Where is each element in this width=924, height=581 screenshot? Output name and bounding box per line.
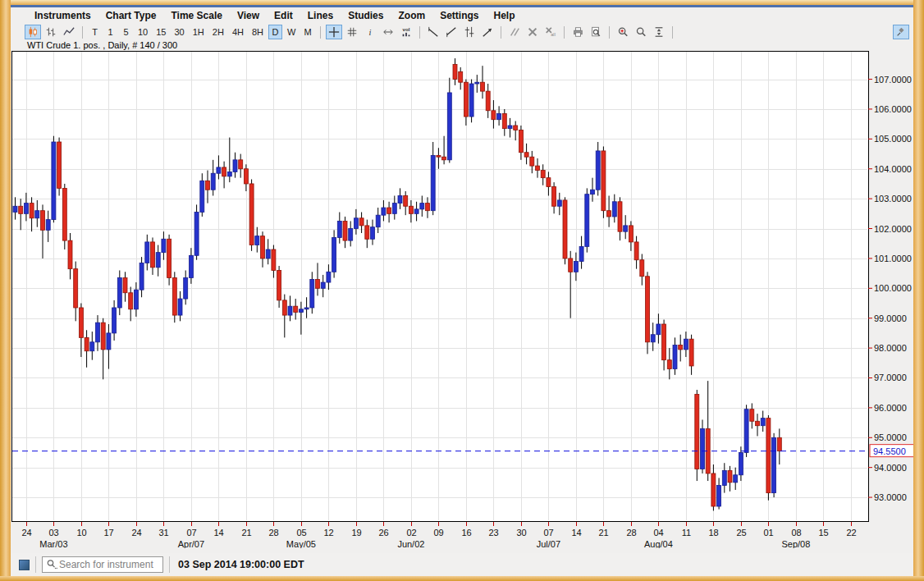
- candle: [585, 194, 589, 247]
- date-axis[interactable]: 2403101724310714212805121926020916233007…: [21, 522, 856, 548]
- candle: [607, 211, 611, 217]
- expand-horizontal-button[interactable]: [380, 25, 396, 39]
- candle: [673, 345, 677, 368]
- parallel-lines-button[interactable]: [506, 25, 523, 39]
- candle: [502, 113, 506, 128]
- timeframe-4h-button[interactable]: 4H: [229, 25, 247, 39]
- chart-window: InstrumentsChart TypeTime ScaleViewEditL…: [0, 0, 924, 581]
- menu-zoom[interactable]: Zoom: [391, 10, 432, 21]
- timeframe-30m-button[interactable]: 30: [172, 25, 188, 39]
- statusbar-separator: [35, 556, 36, 573]
- pin-chart-button[interactable]: [893, 25, 909, 39]
- volume-button[interactable]: vol: [398, 25, 414, 39]
- search-input[interactable]: [57, 558, 156, 571]
- channel-lines-button[interactable]: [461, 25, 478, 39]
- toolbar-separator: [564, 26, 565, 39]
- menu-lines[interactable]: Lines: [300, 10, 341, 21]
- chart-title: WTI Crude 1. pos. , Daily, # 140 / 300: [27, 40, 177, 50]
- menu-settings[interactable]: Settings: [432, 10, 486, 21]
- svg-text:i: i: [368, 28, 371, 37]
- candle: [420, 204, 424, 209]
- menu-help[interactable]: Help: [486, 10, 522, 21]
- line-chart-button[interactable]: [61, 25, 77, 39]
- candle: [101, 323, 105, 350]
- trendline-up-button[interactable]: [443, 25, 460, 39]
- crosshair-button[interactable]: [326, 25, 342, 39]
- delete-all-drawings-button[interactable]: all: [542, 25, 559, 39]
- chart-svg[interactable]: 107.0000106.0000105.0000104.0000103.0000…: [11, 51, 913, 548]
- fit-vertical-button[interactable]: [651, 25, 667, 39]
- print-preview-button[interactable]: [588, 25, 604, 39]
- candlestick-chart-button[interactable]: [25, 25, 41, 39]
- timeframe-2h-button[interactable]: 2H: [209, 25, 227, 39]
- candle: [761, 419, 765, 426]
- timeframe-8h-button[interactable]: 8H: [249, 25, 267, 39]
- svg-text:94.0000: 94.0000: [874, 463, 907, 473]
- candle: [634, 242, 638, 260]
- candle: [766, 419, 771, 493]
- candle: [337, 221, 341, 237]
- menu-view[interactable]: View: [230, 10, 267, 21]
- candle: [574, 262, 578, 272]
- menu-instruments[interactable]: Instruments: [27, 10, 98, 21]
- instrument-square-icon[interactable]: [19, 560, 30, 570]
- candle: [431, 155, 435, 210]
- zoom-in-button[interactable]: [615, 25, 631, 39]
- candle: [728, 470, 732, 483]
- candle: [261, 236, 265, 258]
- timeframe-tick-button[interactable]: T: [88, 25, 102, 39]
- menu-time-scale[interactable]: Time Scale: [163, 10, 229, 21]
- price-axis[interactable]: 107.0000106.0000105.0000104.0000103.0000…: [868, 75, 912, 502]
- candle: [222, 167, 226, 176]
- ohlc-bars-button[interactable]: [43, 25, 59, 39]
- timeframe-5m-button[interactable]: 5: [119, 25, 133, 39]
- candle: [519, 130, 523, 152]
- candle: [249, 184, 254, 245]
- candle: [514, 126, 518, 130]
- info-button[interactable]: i: [362, 25, 378, 39]
- candle: [178, 299, 182, 315]
- svg-text:93.0000: 93.0000: [874, 492, 907, 502]
- svg-text:95.0000: 95.0000: [874, 432, 907, 442]
- grid-button[interactable]: [344, 25, 360, 39]
- candle: [744, 409, 748, 453]
- svg-text:25: 25: [736, 528, 746, 538]
- menu-chart-type[interactable]: Chart Type: [98, 10, 164, 21]
- candle: [701, 428, 705, 469]
- timeframe-monthly-button[interactable]: M: [300, 25, 314, 39]
- candle: [777, 437, 781, 451]
- candle: [426, 204, 430, 211]
- svg-text:107.0000: 107.0000: [874, 75, 912, 85]
- menu-edit[interactable]: Edit: [267, 10, 300, 21]
- candle: [612, 202, 616, 217]
- candle: [497, 113, 501, 119]
- window-frame-right: [913, 0, 924, 581]
- candle: [277, 270, 281, 300]
- svg-text:09: 09: [433, 528, 443, 538]
- svg-text:vol: vol: [402, 26, 409, 32]
- trendline-down-button[interactable]: [425, 25, 441, 39]
- svg-text:31: 31: [158, 528, 168, 538]
- svg-text:all: all: [551, 32, 556, 37]
- ray-line-button[interactable]: [479, 25, 496, 39]
- timeframe-1m-button[interactable]: 1: [103, 25, 117, 39]
- search-box[interactable]: [42, 556, 163, 573]
- timeframe-daily-button[interactable]: D: [268, 25, 282, 39]
- timeframe-weekly-button[interactable]: W: [284, 25, 299, 39]
- candle: [321, 282, 325, 288]
- timeframe-10m-button[interactable]: 10: [135, 25, 151, 39]
- candle: [354, 218, 358, 229]
- zoom-out-button[interactable]: [633, 25, 649, 39]
- timeframe-15m-button[interactable]: 15: [153, 25, 169, 39]
- print-button[interactable]: [569, 25, 586, 39]
- chart-area[interactable]: 107.0000106.0000105.0000104.0000103.0000…: [11, 51, 913, 548]
- candle: [24, 204, 28, 214]
- timeframe-1h-button[interactable]: 1H: [190, 25, 208, 39]
- candle: [316, 279, 320, 288]
- delete-drawing-button[interactable]: [524, 25, 541, 39]
- candle: [365, 226, 369, 239]
- candle: [756, 421, 760, 425]
- candle: [624, 226, 628, 231]
- svg-text:24: 24: [21, 528, 31, 538]
- menu-studies[interactable]: Studies: [341, 10, 391, 21]
